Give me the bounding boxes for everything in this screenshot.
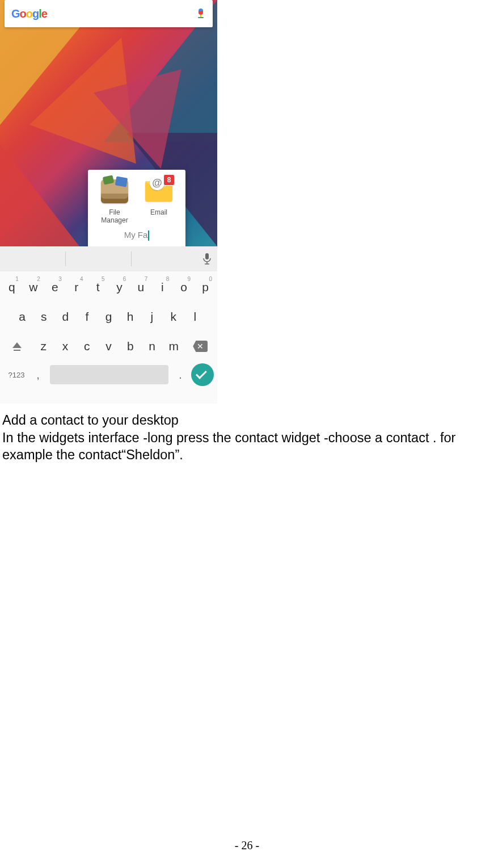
key-c[interactable]: c [77, 334, 97, 359]
app-file-manager[interactable]: File Manager [95, 177, 134, 224]
key-row-2: asdfghjkl [1, 304, 216, 329]
app-email[interactable]: @ 8 Email [139, 177, 179, 224]
key-i[interactable]: 8i [152, 275, 172, 300]
key-q[interactable]: 1q [2, 275, 22, 300]
key-t[interactable]: 5t [88, 275, 108, 300]
folder-name-input[interactable]: My Fa [88, 224, 185, 248]
notification-badge: 8 [163, 174, 175, 186]
key-v[interactable]: v [98, 334, 119, 359]
key-s[interactable]: s [33, 304, 54, 329]
key-e[interactable]: 3e [45, 275, 65, 300]
key-row-1: 1q2w3e4r5t6y7u8i9o0p [1, 275, 216, 300]
shift-key[interactable] [2, 334, 32, 359]
key-g[interactable]: g [98, 304, 119, 329]
folder-popup: File Manager @ 8 Email My Fa [88, 170, 185, 248]
key-row-3: zxcvbnm ✕ [1, 334, 216, 359]
key-l[interactable]: l [185, 304, 205, 329]
voice-search-icon[interactable] [196, 9, 206, 19]
space-key[interactable] [50, 365, 168, 384]
app-label: File Manager [95, 208, 134, 224]
app-label: Email [150, 208, 167, 216]
key-x[interactable]: x [55, 334, 75, 359]
symbols-key[interactable]: ?123 [3, 371, 29, 379]
google-logo: Google [11, 7, 47, 20]
backspace-icon: ✕ [193, 341, 208, 352]
keyboard-mic-icon[interactable] [197, 253, 217, 265]
key-m[interactable]: m [163, 334, 184, 359]
key-k[interactable]: k [163, 304, 184, 329]
enter-key[interactable] [191, 363, 214, 386]
document-text: Add a contact to your desktop In the wid… [0, 404, 494, 464]
key-h[interactable]: h [120, 304, 141, 329]
key-b[interactable]: b [120, 334, 141, 359]
page-number: - 26 - [0, 839, 494, 852]
key-w[interactable]: 2w [23, 275, 44, 300]
key-y[interactable]: 6y [109, 275, 130, 300]
shift-icon [12, 342, 22, 348]
text-cursor [148, 230, 149, 241]
key-f[interactable]: f [77, 304, 97, 329]
section-body: In the widgets interface -long press the… [2, 429, 492, 464]
section-heading: Add a contact to your desktop [2, 412, 492, 429]
suggestion-bar [0, 246, 217, 271]
soft-keyboard: 1q2w3e4r5t6y7u8i9o0p asdfghjkl zxcvbnm ✕… [0, 246, 217, 404]
key-j[interactable]: j [142, 304, 162, 329]
key-r[interactable]: 4r [66, 275, 87, 300]
key-o[interactable]: 9o [174, 275, 194, 300]
check-icon [196, 368, 207, 379]
key-n[interactable]: n [142, 334, 162, 359]
google-search-bar[interactable]: Google [5, 0, 213, 27]
key-d[interactable]: d [55, 304, 75, 329]
backspace-key[interactable]: ✕ [185, 334, 216, 359]
key-u[interactable]: 7u [130, 275, 151, 300]
comma-key[interactable]: , [29, 368, 47, 381]
file-manager-icon [101, 179, 128, 203]
svg-rect-0 [205, 253, 209, 259]
key-p[interactable]: 0p [195, 275, 216, 300]
period-key[interactable]: . [172, 368, 189, 381]
key-z[interactable]: z [33, 334, 54, 359]
phone-screenshot: Google File Manager @ 8 Email My Fa [0, 0, 217, 404]
key-a[interactable]: a [12, 304, 32, 329]
